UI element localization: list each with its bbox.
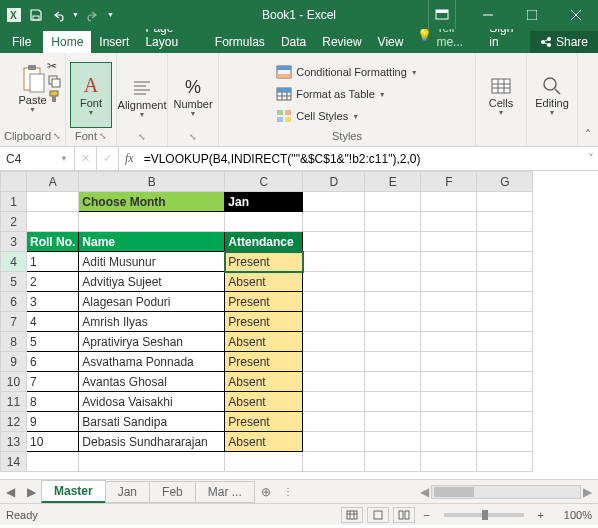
row-header[interactable]: 5 <box>1 272 27 292</box>
sheet-nav-next-icon[interactable]: ▶ <box>21 485 42 499</box>
expand-formula-bar-icon[interactable]: ˅ <box>584 152 598 166</box>
cell[interactable] <box>421 332 477 352</box>
zoom-in-icon[interactable]: + <box>534 509 548 521</box>
cell-name[interactable]: Alagesan Poduri <box>79 292 225 312</box>
cell-styles-button[interactable]: Cell Styles▼ <box>272 106 363 126</box>
cell-attendance[interactable]: Present <box>225 352 303 372</box>
cell[interactable] <box>477 352 533 372</box>
cell[interactable] <box>477 392 533 412</box>
cell[interactable] <box>27 192 79 212</box>
cell[interactable] <box>303 312 365 332</box>
worksheet-grid[interactable]: ABCDEFG 1Choose MonthJan23Roll No.NameAt… <box>0 171 598 479</box>
minimize-button[interactable] <box>466 0 510 29</box>
cell[interactable] <box>303 272 365 292</box>
cell-name[interactable]: Aditi Musunur <box>79 252 225 272</box>
cell[interactable] <box>365 372 421 392</box>
sheet-nav-prev-icon[interactable]: ◀ <box>0 485 21 499</box>
cell[interactable] <box>477 192 533 212</box>
row-header[interactable]: 13 <box>1 432 27 452</box>
row-header[interactable]: 1 <box>1 192 27 212</box>
col-attendance[interactable]: Attendance <box>225 232 303 252</box>
cell[interactable] <box>303 332 365 352</box>
col-header-b[interactable]: B <box>79 172 225 192</box>
zoom-thumb[interactable] <box>482 510 488 520</box>
cell[interactable] <box>421 292 477 312</box>
row-header[interactable]: 14 <box>1 452 27 472</box>
cell-attendance[interactable]: Absent <box>225 372 303 392</box>
tab-view[interactable]: View <box>370 31 412 53</box>
cell-name[interactable]: Avantas Ghosal <box>79 372 225 392</box>
copy-icon[interactable] <box>47 74 61 88</box>
tab-scroll-icon[interactable]: ⋮ <box>277 486 299 497</box>
chevron-down-icon[interactable]: ▼ <box>60 154 68 163</box>
cell[interactable] <box>477 452 533 472</box>
cell[interactable] <box>365 312 421 332</box>
format-as-table-button[interactable]: Format as Table▼ <box>272 84 390 104</box>
cell[interactable] <box>421 372 477 392</box>
cell[interactable] <box>421 272 477 292</box>
cell[interactable] <box>365 432 421 452</box>
close-button[interactable] <box>554 0 598 29</box>
cell[interactable] <box>477 232 533 252</box>
save-icon[interactable] <box>28 7 44 23</box>
cell-roll[interactable]: 1 <box>27 252 79 272</box>
cell[interactable] <box>79 212 225 232</box>
tab-data[interactable]: Data <box>273 31 314 53</box>
sheet-tab-feb[interactable]: Feb <box>149 481 196 503</box>
cell[interactable] <box>365 332 421 352</box>
sheet-tab-master[interactable]: Master <box>41 480 106 503</box>
cell[interactable] <box>477 412 533 432</box>
col-header-d[interactable]: D <box>303 172 365 192</box>
cell[interactable] <box>303 392 365 412</box>
cell-name[interactable]: Amrish Ilyas <box>79 312 225 332</box>
cell[interactable] <box>421 312 477 332</box>
cell[interactable] <box>303 292 365 312</box>
scroll-left-icon[interactable]: ◀ <box>420 485 429 499</box>
font-button[interactable]: A Font ▼ <box>70 62 112 128</box>
cancel-formula-icon[interactable]: ✕ <box>75 147 97 170</box>
cell[interactable] <box>421 232 477 252</box>
cell[interactable] <box>365 292 421 312</box>
ribbon-display-options-icon[interactable] <box>428 0 456 29</box>
cell[interactable] <box>303 372 365 392</box>
cell[interactable] <box>477 432 533 452</box>
page-break-view-icon[interactable] <box>393 507 415 523</box>
cell[interactable] <box>303 412 365 432</box>
format-painter-icon[interactable] <box>47 89 61 103</box>
zoom-level[interactable]: 100% <box>552 509 592 521</box>
cell[interactable] <box>477 292 533 312</box>
cell-name[interactable]: Asvathama Ponnada <box>79 352 225 372</box>
cell-attendance[interactable]: Present <box>225 412 303 432</box>
qat-customize-icon[interactable]: ▼ <box>107 11 114 18</box>
col-header-a[interactable]: A <box>27 172 79 192</box>
cell[interactable] <box>421 192 477 212</box>
cell[interactable] <box>365 232 421 252</box>
col-header-f[interactable]: F <box>421 172 477 192</box>
cell[interactable] <box>365 252 421 272</box>
cell[interactable] <box>421 352 477 372</box>
zoom-out-icon[interactable]: − <box>419 509 433 521</box>
alignment-button[interactable]: Alignment ▼ <box>121 64 163 130</box>
row-header[interactable]: 2 <box>1 212 27 232</box>
cell[interactable] <box>421 432 477 452</box>
cell-name[interactable]: Debasis Sundhararajan <box>79 432 225 452</box>
row-header[interactable]: 10 <box>1 372 27 392</box>
month-dropdown[interactable]: Jan <box>225 192 303 212</box>
col-name[interactable]: Name <box>79 232 225 252</box>
fx-icon[interactable]: fx <box>119 151 140 166</box>
cell[interactable] <box>27 212 79 232</box>
cell-attendance[interactable]: Present <box>225 292 303 312</box>
collapse-ribbon-icon[interactable]: ˄ <box>585 128 591 142</box>
cells-button[interactable]: Cells ▼ <box>480 62 522 128</box>
col-roll[interactable]: Roll No. <box>27 232 79 252</box>
conditional-formatting-button[interactable]: Conditional Formatting▼ <box>272 62 422 82</box>
cell-roll[interactable]: 3 <box>27 292 79 312</box>
cut-icon[interactable]: ✂ <box>47 59 61 73</box>
cell-roll[interactable]: 6 <box>27 352 79 372</box>
alignment-launcher-icon[interactable]: ⤡ <box>138 132 146 142</box>
cell[interactable] <box>365 392 421 412</box>
share-button[interactable]: Share <box>530 31 598 53</box>
cell[interactable] <box>421 212 477 232</box>
row-header[interactable]: 11 <box>1 392 27 412</box>
cell[interactable] <box>421 252 477 272</box>
